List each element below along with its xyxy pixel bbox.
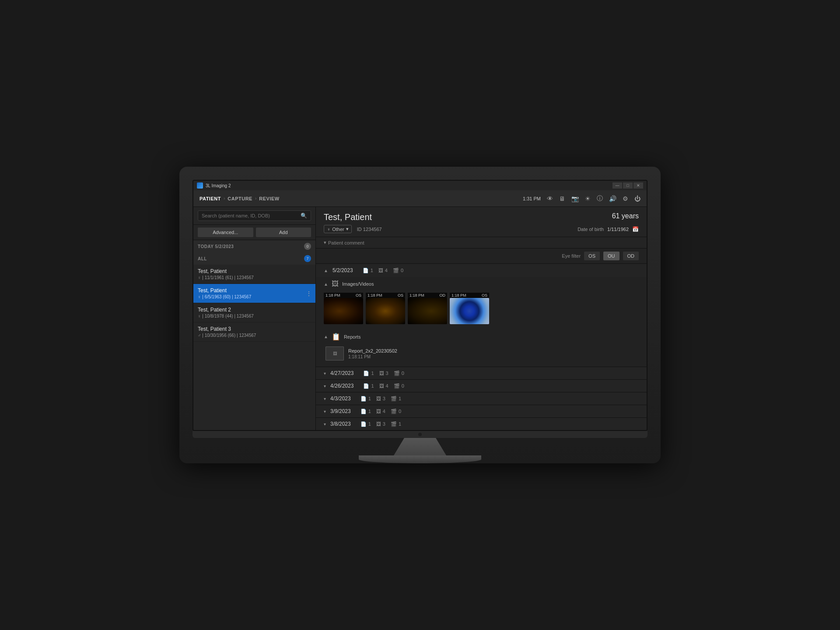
minimize-button[interactable]: — [612,182,622,189]
report-item[interactable]: 🖼 Report_2x2_20230502 1:18:11 PM [324,344,639,363]
all-section-header: ALL 7 [193,252,315,265]
eye-btn-os[interactable]: OS [584,252,600,260]
session-counts: 📄 1 🖼 4 🎬 0 [360,409,401,414]
patient-full-name: Test, Patient [324,212,372,222]
session-block-4-26[interactable]: ▾ 4/26/2023 📄 1 🖼 4 🎬 0 [316,380,647,392]
breadcrumb-patient[interactable]: PATIENT [200,196,221,201]
session-counts: 📄 1 🖼 4 🎬 0 [363,383,404,389]
session-header[interactable]: ▲ 5/2/2023 📄 1 🖼 4 🎬 0 [316,264,647,277]
maximize-button[interactable]: □ [623,182,633,189]
image-item[interactable]: 1:18 PM OS [450,293,489,324]
all-badge: 7 [304,255,311,262]
advanced-button[interactable]: Advanced... [198,228,253,237]
patient-item[interactable]: Test, Patient 3 ♂ | 10/30/1956 (66) | 12… [193,322,315,342]
doc-count: 📄 1 [360,421,371,427]
eye-filter-label: Eye filter [562,253,581,259]
breadcrumb-review[interactable]: REVIEW [259,196,279,201]
close-button[interactable]: ✕ [634,182,643,189]
eye-btn-od[interactable]: OD [623,252,639,260]
image-count: 🖼 4 [378,268,388,273]
img-icon: 🖼 [376,409,381,414]
app-body: 🔍 Advanced... Add TODAY 5/2/2023 0 ALL 7 [193,207,647,430]
doc-icon: 📄 [360,396,367,402]
titlebar-controls: — □ ✕ [612,182,643,189]
vid-icon: 🎬 [394,371,400,376]
monitor-bezel [192,431,648,438]
chevron-down-icon: ▾ [324,240,326,245]
patient-menu-icon[interactable]: ⋮ [306,290,312,297]
img-icon: 🖼 [376,396,381,401]
patient-type-badge[interactable]: ♀ Other ▾ [324,225,352,233]
eye-icon[interactable]: 👁 [547,195,553,202]
help-icon[interactable]: ⓘ [597,195,603,203]
eye-btn-ou[interactable]: OU [603,252,620,260]
image-grid: 1:18 PM OS 1:18 PM OS [324,291,639,326]
session-block-3-9[interactable]: ▾ 3/9/2023 📄 1 🖼 4 🎬 0 [316,405,647,418]
session-date: 4/26/2023 [330,383,354,389]
chevron-right-icon: ▾ [324,409,326,414]
add-button[interactable]: Add [256,228,312,237]
image-item[interactable]: 1:18 PM OS [366,293,405,324]
comment-toggle[interactable]: ▾ Patient comment [324,240,364,245]
patient-meta: ♀ Other ▾ ID 1234567 Date of birth 1/11/… [324,225,639,233]
image-count: 🖼 4 [379,383,388,388]
doc-icon: 📄 [360,409,367,414]
bezel-dot [418,433,422,436]
monitor-icon[interactable]: 🖥 [559,195,565,202]
patient-name: Test, Patient [198,268,311,274]
video-count: 🎬 1 [391,396,401,402]
session-counts: 📄 1 🖼 4 🎬 0 [363,268,403,273]
brightness-icon[interactable]: ☀ [585,195,591,202]
calendar-icon[interactable]: 📅 [632,226,639,232]
vid-icon: 🎬 [391,396,397,402]
search-input[interactable] [202,213,301,218]
monitor-shell: 3L Imaging 2 — □ ✕ PATIENT › CAPTURE › R… [179,167,661,463]
patient-item[interactable]: Test, Patient 2 ♀ | 10/8/1978 (44) | 123… [193,303,315,322]
today-section-header: TODAY 5/2/2023 0 [193,240,315,252]
reports-subsection-header[interactable]: ▲ 📋 Reports [324,329,639,344]
chevron-right-icon: ▾ [324,396,326,401]
doc-count: 📄 1 [363,268,373,273]
chevron-up-icon: ▲ [324,334,328,339]
video-count: 🎬 0 [393,268,403,273]
image-item[interactable]: 1:18 PM OD [408,293,447,324]
patient-item[interactable]: Test, Patient ♀ | 11/1/1961 (61) | 12345… [193,265,315,284]
image-label: 1:18 PM OS [450,293,489,298]
images-subsection-header[interactable]: ▲ 🖼 Images/Videos [324,277,639,291]
image-icon: 🖼 [378,268,383,273]
dob-label: Date of birth [578,227,604,232]
power-icon[interactable]: ⏻ [634,195,640,202]
patient-info: ♀ | 6/5/1963 (60) | 1234567 [198,294,311,299]
chevron-right-icon: ▾ [324,384,326,388]
report-name: Report_2x2_20230502 [348,348,397,354]
reports-label: Reports [344,334,361,340]
session-block-3-8[interactable]: ▾ 3/8/2023 📄 1 🖼 3 🎬 1 [316,418,647,430]
session-block-4-3[interactable]: ▾ 4/3/2023 📄 1 🖼 3 🎬 1 [316,392,647,405]
breadcrumb-capture[interactable]: CAPTURE [228,196,252,201]
chevron-right-icon: ▾ [324,422,326,427]
volume-icon[interactable]: 🔊 [609,195,616,202]
patient-item-selected[interactable]: Test, Patient ♀ | 6/5/1963 (60) | 123456… [193,284,315,303]
report-thumbnail: 🖼 [326,346,344,360]
dob-section: Date of birth 1/11/1962 📅 [578,226,639,232]
session-block-4-27[interactable]: ▾ 4/27/2023 📄 1 🖼 3 🎬 0 [316,367,647,380]
reports-subsection: ▲ 📋 Reports 🖼 Report_2x2_20230502 1:18:1… [316,329,647,367]
patient-list: Test, Patient ♀ | 11/1/1961 (61) | 12345… [193,265,315,430]
img-icon: 🖼 [379,383,384,388]
image-count: 🖼 3 [376,421,385,427]
eye-thumbnail [408,298,447,324]
eye-thumbnail [450,298,489,324]
image-label: 1:18 PM OS [366,293,405,298]
image-item[interactable]: 1:18 PM OS [324,293,363,324]
titlebar-left: 3L Imaging 2 [197,182,231,189]
doc-count: 📄 1 [363,383,374,389]
report-thumb-icon: 🖼 [333,351,337,356]
session-date: 3/8/2023 [330,421,351,427]
session-date: 3/9/2023 [330,408,351,414]
images-subsection: ▲ 🖼 Images/Videos 1:18 PM OS [316,277,647,329]
doc-count: 📄 1 [360,409,371,414]
settings-icon[interactable]: ⚙ [623,195,628,202]
camera-settings-icon[interactable]: 📷 [571,195,579,202]
image-count: 🖼 4 [376,409,385,414]
dob-value: 1/11/1962 [607,227,629,232]
